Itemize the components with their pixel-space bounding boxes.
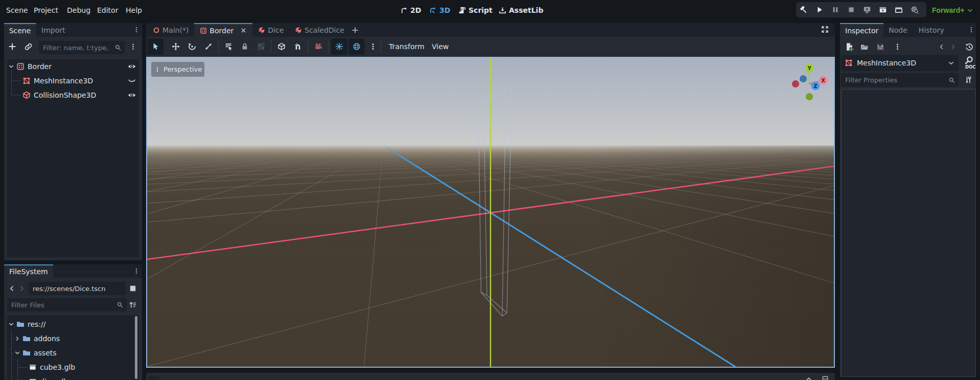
preview-sun-tool-button[interactable]: [331, 38, 347, 55]
tab-node[interactable]: Node: [883, 23, 913, 37]
object-selector[interactable]: MeshInstance3D: [841, 55, 959, 71]
fs-item-assets[interactable]: assets: [7, 346, 139, 360]
expand-viewport-icon[interactable]: [821, 26, 829, 33]
load-resource-icon[interactable]: [860, 43, 869, 51]
scene-dock-menu-icon[interactable]: [133, 26, 140, 33]
save-resource-icon[interactable]: [876, 43, 884, 51]
fs-item-cube3glb[interactable]: cube3.glb: [7, 360, 139, 374]
current-path[interactable]: res://scenes/Dice.tscn: [29, 282, 126, 295]
history-back-icon[interactable]: [938, 43, 945, 50]
resource-menu-icon[interactable]: [894, 43, 901, 51]
inspector-menu-icon[interactable]: [968, 26, 975, 33]
new-scene-tab-button[interactable]: [352, 27, 359, 34]
instance-scene-button[interactable]: [25, 43, 32, 51]
renderer-select[interactable]: Forward+: [932, 0, 973, 20]
scrollbar[interactable]: [135, 316, 137, 379]
close-tab-icon[interactable]: [240, 27, 247, 34]
chevron-down-icon[interactable]: [8, 321, 14, 327]
svg-text:Y: Y: [807, 65, 811, 71]
svg-text:DOC: DOC: [965, 64, 976, 70]
select-tool-button[interactable]: [147, 38, 164, 55]
history-forward-icon[interactable]: [950, 43, 956, 50]
scale-tool-button[interactable]: [200, 38, 217, 55]
scene-tree-menu-icon[interactable]: [129, 43, 137, 51]
local-space-tool-button[interactable]: [273, 38, 290, 55]
chevron-down-icon[interactable]: [14, 350, 20, 356]
scene-node-collisionshape3d[interactable]: CollisionShape3D: [7, 88, 139, 102]
scene-node-border[interactable]: Border: [7, 59, 139, 74]
scene-tab-border[interactable]: Border: [194, 23, 252, 37]
chevron-down-icon[interactable]: [8, 63, 14, 70]
rotate-tool-button[interactable]: [184, 38, 200, 55]
viewport-view-menu[interactable]: Perspective: [151, 62, 204, 77]
scene-tab-main[interactable]: Main(*): [147, 23, 194, 37]
property-tools-icon[interactable]: [964, 76, 972, 84]
history-forward-icon[interactable]: [18, 285, 26, 292]
scene-tab-dice[interactable]: Dice: [252, 23, 289, 37]
visibility-hidden-icon[interactable]: [128, 77, 136, 85]
open-docs-icon[interactable]: DOC: [962, 56, 976, 70]
output-button[interactable]: [148, 376, 159, 380]
fs-item-diceglb[interactable]: dice.glb: [7, 374, 139, 380]
fs-item-res[interactable]: res://: [7, 317, 139, 331]
preview-env-tool-button[interactable]: [348, 38, 365, 55]
workspace-script-button[interactable]: Script: [458, 0, 493, 20]
play-button[interactable]: [815, 6, 824, 14]
search-icon: [114, 44, 122, 51]
scene-tab-label: Dice: [268, 26, 284, 34]
tab-scene[interactable]: Scene: [4, 23, 36, 37]
tab-filesystem[interactable]: FileSystem: [4, 264, 53, 278]
snap-tool-button[interactable]: [290, 38, 306, 55]
tab-import[interactable]: Import: [36, 23, 71, 37]
filter-properties-input[interactable]: Filter Properties: [841, 73, 959, 87]
play-scene-button[interactable]: [879, 6, 887, 14]
sort-icon[interactable]: [129, 301, 137, 309]
play-custom-scene-button[interactable]: [895, 6, 903, 14]
tree-item-label: assets: [34, 349, 57, 357]
workspace-assetlib-button[interactable]: AssetLib: [499, 0, 543, 20]
transform-menu[interactable]: Transform: [389, 37, 425, 56]
new-resource-icon[interactable]: [845, 42, 854, 52]
edit-history-icon[interactable]: [965, 43, 973, 51]
pause-button[interactable]: [831, 6, 839, 14]
move-tool-button[interactable]: [168, 38, 184, 55]
visibility-icon[interactable]: [128, 62, 136, 71]
expand-bottom-panel-icon[interactable]: [805, 375, 812, 380]
playback-bar: [796, 2, 926, 17]
history-back-icon[interactable]: [8, 285, 15, 292]
extra-menu-tool-button[interactable]: [365, 38, 381, 55]
filesystem-dock-tabs: FileSystem: [4, 264, 142, 278]
toggle-split-mode-icon[interactable]: [129, 284, 137, 293]
workspace-3d-button[interactable]: 3D: [429, 0, 450, 20]
run-project-tools-button[interactable]: [800, 6, 808, 14]
view-menu[interactable]: View: [432, 37, 449, 56]
scene-tab-scaleddice[interactable]: ScaledDice: [289, 23, 350, 37]
bottom-panel-layout-icon[interactable]: [822, 375, 829, 380]
tab-history[interactable]: History: [913, 23, 950, 37]
scene-tree: BorderMeshInstance3DCollisionShape3D: [7, 59, 139, 257]
scene-node-meshinstance3d[interactable]: MeshInstance3D: [7, 74, 139, 88]
add-node-button[interactable]: [8, 42, 16, 51]
workspace-2d-button[interactable]: 2D: [400, 0, 421, 20]
lock-tool-button[interactable]: [237, 38, 253, 55]
scene-filter-input[interactable]: Filter: name, t:type,: [39, 41, 125, 54]
toolbar-separator: [218, 40, 219, 53]
filter-files-input[interactable]: Filter Files: [7, 298, 127, 311]
tab-inspector[interactable]: Inspector: [840, 23, 883, 37]
folder-icon: [22, 334, 31, 343]
preview-camera-tool-button[interactable]: [310, 38, 326, 55]
viewport-3d[interactable]: YXZ Perspective: [146, 56, 835, 368]
fs-item-addons[interactable]: addons: [7, 331, 139, 346]
scene-tab-label: ScaledDice: [305, 26, 344, 34]
visibility-icon[interactable]: [128, 91, 136, 99]
play-remote-button[interactable]: [863, 6, 871, 14]
viewport-canvas[interactable]: YXZ: [147, 57, 834, 367]
group-tool-button[interactable]: [253, 38, 269, 55]
viewport-toolbar-items: TransformView: [146, 37, 835, 56]
chevron-right-icon[interactable]: [14, 336, 20, 342]
inspector-dock-tabs: Inspector Node History: [840, 23, 976, 37]
stop-button[interactable]: [847, 6, 855, 14]
movie-maker-button[interactable]: [911, 6, 919, 14]
list-select-tool-button[interactable]: [220, 38, 237, 55]
filesystem-menu-icon[interactable]: [133, 267, 140, 275]
